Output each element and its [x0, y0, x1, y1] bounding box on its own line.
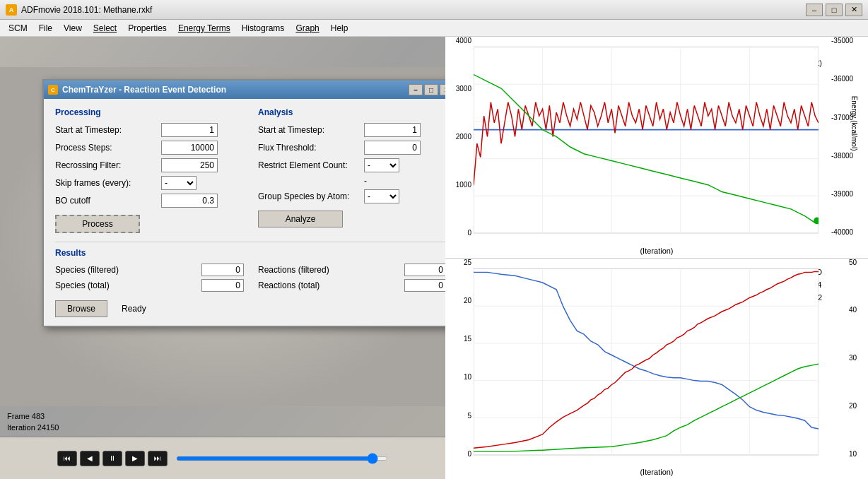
species-total-value[interactable]: [201, 279, 244, 292]
playback-controls: ⏮ ◀ ⏸ ▶ ⏭: [57, 451, 388, 466]
bottom-chart-x-label: (Iteration): [640, 468, 673, 476]
flux-threshold-input[interactable]: [364, 141, 421, 155]
recrossing-filter-input[interactable]: [161, 158, 218, 172]
process-button[interactable]: Process: [55, 215, 140, 233]
y-label-20: 20: [447, 297, 471, 304]
reactions-total-value[interactable]: [404, 279, 445, 292]
right-panel: Temperature Temperature (Set) Potential …: [445, 37, 868, 479]
y-label-10: 10: [447, 373, 471, 381]
reactions-filtered-value[interactable]: [404, 264, 445, 276]
menu-scm[interactable]: SCM: [3, 22, 33, 35]
reactions-filtered-label: Reactions (filtered): [258, 265, 404, 275]
skip-frames-label: Skip frames (every):: [55, 178, 161, 188]
menu-select[interactable]: Select: [88, 22, 122, 35]
species-filtered-value[interactable]: [201, 264, 244, 276]
y-label-20r: 20: [849, 402, 867, 410]
process-steps-input[interactable]: [161, 141, 218, 155]
dialog-two-col: Processing Start at Timestep: Process St…: [55, 107, 445, 233]
browse-row: Browse Ready: [55, 300, 445, 317]
chemtrayzer-dialog: C ChemTraYzer - Reaction Event Detection…: [42, 79, 445, 327]
y-label-10r: 10: [849, 450, 867, 458]
y-label-5: 5: [447, 412, 471, 420]
restrict-element-label: Restrict Element Count:: [258, 160, 364, 170]
y-axis-right-bottom: 50 40 30 20 10: [849, 259, 867, 459]
y-axis-left-bottom: 25 20 15 10 5 0: [447, 259, 471, 459]
browse-button[interactable]: Browse: [55, 300, 107, 317]
start-timestep-input[interactable]: [161, 123, 218, 137]
y-axis-right-label: Energy (kcal/mol): [851, 96, 859, 151]
iteration-number: Iteration 24150: [7, 422, 59, 433]
y-label-40: 40: [849, 306, 867, 314]
frame-number: Frame 483: [7, 410, 59, 422]
results-section: Results Species (filtered) Species (tota…: [55, 242, 445, 295]
y-label-neg37000: -37000: [831, 114, 867, 122]
group-species-select[interactable]: -: [364, 189, 399, 203]
results-title: Results: [55, 248, 445, 258]
playback-slider[interactable]: [176, 456, 388, 461]
y-label-1000: 1000: [447, 181, 471, 189]
menu-energy-terms[interactable]: Energy Terms: [172, 22, 236, 35]
dialog-content: Processing Start at Timestep: Process St…: [44, 99, 445, 326]
bo-cutoff-label: BO cutoff: [55, 196, 161, 206]
menu-file[interactable]: File: [33, 22, 58, 35]
menu-bar: SCM File View Select Properties Energy T…: [0, 20, 868, 37]
skip-frames-select[interactable]: -: [161, 176, 197, 190]
dialog-title: ChemTraYzer - Reaction Event Detection: [62, 85, 409, 95]
maximize-button[interactable]: □: [826, 4, 843, 16]
close-button[interactable]: ✕: [845, 4, 862, 16]
reactions-total-row: Reactions (total): [258, 279, 445, 292]
next-frame-button[interactable]: ▶: [125, 451, 145, 466]
menu-histograms[interactable]: Histograms: [236, 22, 291, 35]
playback-bar: ⏮ ◀ ⏸ ▶ ⏭: [0, 437, 445, 479]
menu-help[interactable]: Help: [325, 22, 354, 35]
bo-cutoff-input[interactable]: [161, 194, 218, 208]
status-text: Ready: [122, 304, 146, 314]
recrossing-filter-label: Recrossing Filter:: [55, 160, 161, 170]
y-label-0b: 0: [447, 450, 471, 458]
title-bar: A ADFmovie 2018.101: Methane.rxkf – □ ✕: [0, 0, 868, 20]
flux-threshold-row: Flux Threshold:: [258, 141, 445, 155]
empty-value: -: [364, 176, 367, 186]
left-panel: Frame 483 Iteration 24150 ⏮ ◀ ⏸ ▶ ⏭ C Ch…: [0, 37, 445, 479]
dialog-close-button[interactable]: ✕: [440, 84, 445, 95]
y-label-15: 15: [447, 335, 471, 343]
prev-frame-button[interactable]: ◀: [80, 451, 100, 466]
top-chart-svg: 5000 10000 15000 20000 25000: [474, 44, 819, 237]
process-steps-row: Process Steps:: [55, 141, 244, 155]
recrossing-filter-row: Recrossing Filter:: [55, 158, 244, 172]
dialog-icon: C: [48, 85, 58, 95]
bottom-chart-svg: 5000 10000 15000 20000 25000: [474, 266, 819, 459]
y-label-0: 0: [447, 229, 471, 237]
menu-properties[interactable]: Properties: [122, 22, 172, 35]
top-chart: Temperature Temperature (Set) Potential …: [445, 37, 868, 259]
menu-graph[interactable]: Graph: [290, 22, 324, 35]
analysis-start-timestep-input[interactable]: [364, 123, 421, 137]
y-axis-left: 4000 3000 2000 1000 0: [447, 37, 471, 237]
y-label-2000: 2000: [447, 133, 471, 141]
dialog-title-bar: C ChemTraYzer - Reaction Event Detection…: [44, 81, 445, 99]
svg-rect-50: [474, 268, 819, 455]
top-chart-x-label: (Iteration): [640, 247, 673, 255]
title-bar-text: ADFmovie 2018.101: Methane.rxkf: [21, 5, 806, 15]
first-frame-button[interactable]: ⏮: [57, 451, 77, 466]
menu-view[interactable]: View: [58, 22, 88, 35]
start-timestep-label: Start at Timestep:: [55, 125, 161, 135]
y-axis-right: -35000 -36000 -37000 -38000 -39000 -4000…: [831, 37, 867, 237]
reactions-total-label: Reactions (total): [258, 280, 404, 290]
species-filtered-label: Species (filtered): [55, 265, 201, 275]
analyze-button[interactable]: Analyze: [258, 211, 343, 227]
frame-info: Frame 483 Iteration 24150: [7, 410, 59, 433]
bottom-chart: H2O CH4 CO2 25 20 15 10 5 0: [445, 259, 868, 480]
restrict-element-row: Restrict Element Count: -: [258, 158, 445, 172]
dialog-maximize-button[interactable]: □: [424, 84, 438, 95]
last-frame-button[interactable]: ⏭: [148, 451, 168, 466]
dialog-controls: – □ ✕: [409, 84, 445, 95]
species-total-label: Species (total): [55, 280, 201, 290]
minimize-button[interactable]: –: [806, 4, 823, 16]
dialog-minimize-button[interactable]: –: [409, 84, 423, 95]
group-species-label: Group Species by Atom:: [258, 191, 364, 201]
y-label-neg39000: -39000: [831, 190, 867, 198]
restrict-element-select[interactable]: -: [364, 158, 399, 172]
group-species-row: Group Species by Atom: -: [258, 189, 445, 203]
play-pause-button[interactable]: ⏸: [102, 451, 122, 466]
